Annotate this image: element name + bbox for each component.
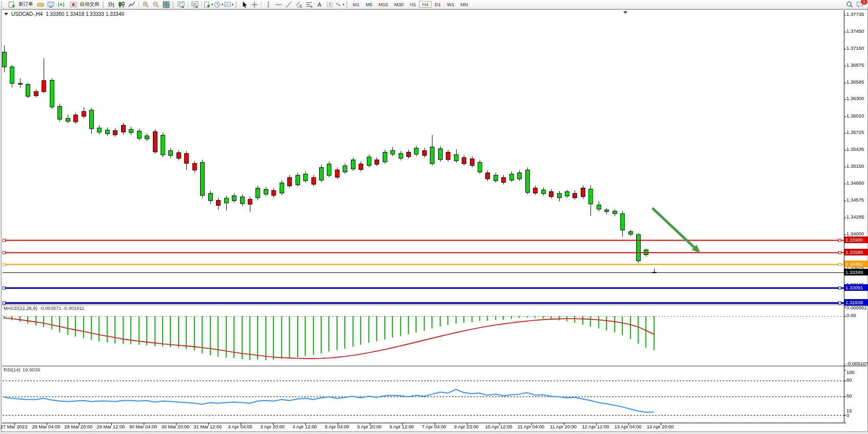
price-axis-label: 1.37450 bbox=[846, 28, 864, 34]
time-axis-label: 30 Mar 04:00 bbox=[125, 424, 162, 429]
time-axis-label: 11 Apr 04:00 bbox=[512, 424, 549, 429]
time-axis-label: 3 Apr 20:00 bbox=[254, 424, 291, 429]
time-axis-label: 4 Apr 12:00 bbox=[286, 424, 323, 429]
macd-pane-label: MACD(12,26,9)-0.003571 -0.001911 bbox=[4, 305, 85, 311]
time-axis-label: 13 Apr 04:00 bbox=[609, 424, 646, 429]
macd-values: -0.003571 -0.001911 bbox=[40, 305, 85, 311]
time-axis-label: 3 Apr 04:00 bbox=[222, 424, 259, 429]
price-axis-label: 1.35435 bbox=[846, 146, 864, 152]
time-axis-label: 13 Apr 20:00 bbox=[642, 424, 679, 429]
price-badge: 1.33349 bbox=[844, 269, 868, 275]
rsi-axis-label: 80 bbox=[846, 377, 852, 383]
price-axis-label: 1.35725 bbox=[846, 129, 864, 135]
rsi-value: 19.9039 bbox=[23, 367, 40, 372]
rsi-axis-label: 50 bbox=[846, 393, 852, 399]
symbol-title: USDCAD-,H4 bbox=[11, 11, 43, 17]
time-axis-label: 9 Apr 23:00 bbox=[448, 424, 485, 429]
time-axis-label: 6 Apr 12:00 bbox=[383, 424, 420, 429]
price-axis-label: 1.36300 bbox=[846, 95, 864, 101]
time-axis-label: 5 Apr 20:00 bbox=[351, 424, 388, 429]
ohlc-readout: 1.33360 1.33418 1.33333 1.33349 bbox=[46, 11, 124, 17]
price-axis-label: 1.34000 bbox=[846, 231, 864, 236]
time-axis-label: 7 Apr 04:00 bbox=[416, 424, 452, 429]
price-axis-label: 1.34285 bbox=[846, 214, 864, 220]
price-badge: 1.33091 bbox=[844, 284, 868, 291]
time-axis-label: 28 Mar 04:00 bbox=[28, 424, 65, 429]
macd-axis-label: 0.000962 bbox=[846, 305, 867, 310]
chart-window bbox=[1, 9, 868, 432]
rsi-name: RSI(14) bbox=[4, 367, 21, 372]
time-axis-label: 10 Apr 12:00 bbox=[480, 424, 517, 429]
price-axis-label: 1.36010 bbox=[846, 113, 864, 119]
price-axis-label: 1.37735 bbox=[846, 11, 864, 17]
price-axis-label: 1.34860 bbox=[846, 180, 864, 186]
macd-name: MACD(12,26,9) bbox=[4, 305, 37, 311]
price-axis-label: 1.36585 bbox=[846, 79, 864, 85]
rsi-axis-label: 0 bbox=[846, 412, 849, 418]
chart-canvas[interactable] bbox=[1, 1, 868, 434]
price-axis-label: 1.35150 bbox=[846, 163, 864, 169]
time-axis-label: 11 Apr 20:00 bbox=[545, 424, 582, 429]
time-axis-label: 28 Mar 20:00 bbox=[60, 424, 97, 429]
price-badge: 1.33900 bbox=[844, 236, 868, 243]
macd-axis-label: 0.00 bbox=[846, 312, 856, 318]
rsi-axis-label: 100 bbox=[846, 369, 855, 375]
price-axis-label: 1.37160 bbox=[846, 45, 864, 51]
price-badge: 1.33689 bbox=[844, 249, 868, 255]
time-axis-label: 5 Apr 04:00 bbox=[319, 424, 356, 429]
macd-axis-label: -0.005107 bbox=[846, 361, 868, 366]
time-axis-label: 12 Apr 12:00 bbox=[577, 424, 614, 429]
price-axis-label: 1.34575 bbox=[846, 197, 864, 203]
chart-title-bar: USDCAD-,H4 1.33360 1.33418 1.33333 1.333… bbox=[4, 11, 124, 17]
time-axis-label: 29 Mar 12:00 bbox=[92, 424, 129, 429]
one-click-toggle-icon[interactable] bbox=[4, 13, 8, 15]
time-axis-label: 30 Mar 20:00 bbox=[157, 424, 194, 429]
time-axis-label: 31 Mar 12:00 bbox=[189, 424, 226, 429]
price-badge: 1.33492 bbox=[844, 261, 868, 267]
price-axis-label: 1.36875 bbox=[846, 62, 864, 68]
rsi-pane-label: RSI(14)19.9039 bbox=[4, 367, 40, 372]
